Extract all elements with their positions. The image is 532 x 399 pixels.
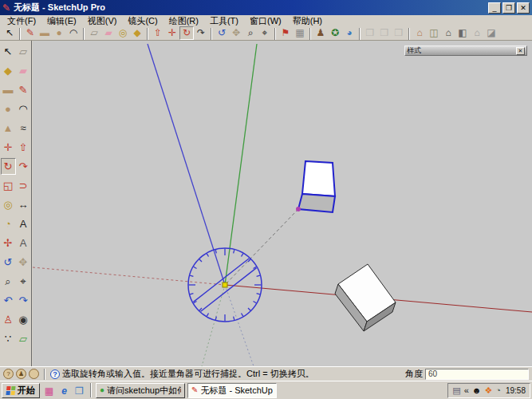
- zoom-extents-tool[interactable]: ⌖: [16, 273, 31, 290]
- push-pull-button[interactable]: ⇧: [151, 26, 165, 40]
- dimension-tool[interactable]: ↔: [16, 196, 31, 213]
- next-view-tool[interactable]: ↷: [16, 292, 31, 309]
- look-around-tool[interactable]: ◉: [16, 311, 31, 328]
- rectangle-tool[interactable]: ▬: [1, 81, 16, 98]
- menu-file[interactable]: 文件(F): [2, 15, 41, 26]
- zoom-extents-button[interactable]: ⌖: [258, 26, 272, 40]
- angle-measurement-input[interactable]: [425, 369, 529, 380]
- line-tool-button[interactable]: ✎: [23, 26, 37, 40]
- offset-tool-button[interactable]: ↷: [194, 26, 208, 40]
- line-tool[interactable]: ✎: [16, 81, 31, 98]
- tray-overflow-chevron[interactable]: «: [464, 385, 469, 396]
- add-location-button[interactable]: ⚑: [278, 26, 293, 40]
- previous-view-tool[interactable]: ↶: [1, 292, 16, 309]
- tape-measure-button[interactable]: ◎: [116, 26, 130, 40]
- protractor-tool[interactable]: ◔: [1, 215, 16, 232]
- select-tool[interactable]: ↖: [1, 43, 16, 60]
- scale-tool[interactable]: ◱: [1, 177, 16, 194]
- taskbar-button-browser[interactable]: ●请问sketchup中如何呈...: [96, 383, 185, 398]
- circle-tool[interactable]: ●: [1, 101, 16, 117]
- orbit-tool[interactable]: ↺: [1, 254, 16, 271]
- make-component-tool[interactable]: ▱: [16, 43, 31, 60]
- menu-edit[interactable]: 编辑(E): [41, 15, 82, 26]
- close-button[interactable]: ✕: [517, 2, 530, 14]
- view-back-button[interactable]: ⌂: [470, 26, 484, 40]
- follow-me-tool[interactable]: ↷: [16, 158, 31, 175]
- geolocation-status-icon[interactable]: ?: [3, 369, 14, 379]
- orbit-tool-button[interactable]: ↺: [215, 26, 229, 40]
- print-queue-tray-icon[interactable]: ▤: [452, 385, 460, 396]
- rotate-tool-button[interactable]: ↻: [179, 26, 194, 40]
- view-right-button[interactable]: ◧: [455, 26, 470, 40]
- polygon-tool[interactable]: ▲: [1, 120, 16, 136]
- qq-tray-icon[interactable]: ☻: [472, 385, 482, 396]
- axes-tool[interactable]: ✢: [1, 235, 16, 251]
- credits-status-icon[interactable]: ♟: [16, 369, 26, 379]
- walk-tool[interactable]: ∵: [1, 330, 16, 347]
- quicklaunch-desktop-icon[interactable]: ❐: [73, 384, 86, 397]
- menu-window[interactable]: 窗口(W): [244, 15, 287, 26]
- arc-tool-button[interactable]: ◠: [66, 26, 81, 40]
- signin-status-icon[interactable]: [29, 369, 39, 379]
- share-model-button[interactable]: ❒: [377, 26, 392, 40]
- eraser-tool-button[interactable]: ▰: [101, 26, 116, 40]
- quicklaunch-media-icon[interactable]: ▦: [42, 384, 56, 397]
- menu-help[interactable]: 帮助(H): [287, 15, 328, 26]
- help-status-icon[interactable]: ?: [50, 369, 60, 379]
- rotate-tool[interactable]: ↻: [1, 158, 16, 175]
- rectangle-tool-button[interactable]: ▬: [37, 26, 52, 40]
- view-iso-button[interactable]: ⌂: [412, 26, 427, 40]
- view-front-button[interactable]: ⌂: [441, 26, 455, 40]
- drawing-canvas[interactable]: 样式 ✕: [33, 41, 532, 366]
- selected-box-bottom-face[interactable]: [298, 194, 335, 212]
- menu-draw[interactable]: 绘图(R): [164, 15, 204, 26]
- paint-bucket-tool[interactable]: ◆: [1, 62, 16, 79]
- start-button[interactable]: 开始: [2, 383, 40, 398]
- section-plane-tool[interactable]: ▱: [16, 330, 31, 347]
- freehand-tool[interactable]: ≈: [16, 120, 31, 136]
- quicklaunch-ie-icon[interactable]: e: [57, 384, 71, 397]
- white-cube[interactable]: [335, 264, 396, 331]
- styles-panel-header[interactable]: 样式 ✕: [404, 45, 527, 56]
- view-top-button[interactable]: ◫: [427, 26, 441, 40]
- circle-tool-button[interactable]: ●: [52, 26, 66, 40]
- position-camera-tool[interactable]: ♙: [1, 311, 16, 328]
- selected-box-top-face[interactable]: [302, 161, 335, 196]
- pan-tool-button[interactable]: ✥: [229, 26, 243, 40]
- menu-view[interactable]: 视图(V): [82, 15, 123, 26]
- zoom-tool[interactable]: ⌕: [1, 273, 16, 290]
- maximize-button[interactable]: ❐: [502, 2, 515, 14]
- photo-textures-button[interactable]: ♟: [313, 26, 328, 40]
- move-tool-button[interactable]: ✛: [165, 26, 179, 40]
- arc-tool[interactable]: ◠: [16, 101, 31, 117]
- title-bar[interactable]: ✎ 无标题 - SketchUp Pro _❐✕: [0, 0, 532, 15]
- minimize-button[interactable]: _: [488, 2, 501, 14]
- share-component-button[interactable]: ❒: [392, 26, 406, 40]
- move-tool[interactable]: ✛: [1, 139, 16, 156]
- zoom-tool-button[interactable]: ⌕: [243, 26, 258, 40]
- add-building-button[interactable]: ✪: [328, 26, 342, 40]
- preview-google-earth-button[interactable]: ◕: [342, 26, 357, 40]
- model-scene[interactable]: [33, 41, 532, 366]
- menu-tools[interactable]: 工具(T): [204, 15, 244, 26]
- get-models-button[interactable]: ❒: [363, 26, 377, 40]
- selected-box[interactable]: [298, 161, 335, 212]
- menu-camera[interactable]: 镜头(C): [122, 15, 163, 26]
- taskbar-button-sketchup[interactable]: ✎无标题 - SketchUp Pro: [187, 383, 277, 398]
- eraser-tool[interactable]: ▰: [16, 62, 31, 79]
- offset-tool[interactable]: ⊃: [16, 177, 31, 194]
- pan-tool[interactable]: ✥: [16, 254, 31, 271]
- text-tool[interactable]: A: [16, 215, 31, 232]
- view-left-button[interactable]: ◪: [484, 26, 499, 40]
- tape-measure-tool[interactable]: ◎: [1, 196, 16, 213]
- rotation-grip-point[interactable]: [296, 207, 301, 211]
- paint-bucket-button[interactable]: ◆: [130, 26, 144, 40]
- security-tray-icon[interactable]: ◔: [495, 385, 501, 396]
- 3d-text-tool[interactable]: A: [16, 235, 31, 251]
- toggle-terrain-button[interactable]: ▦: [293, 26, 307, 40]
- make-component-button[interactable]: ▱: [87, 26, 101, 40]
- push-pull-tool[interactable]: ⇧: [16, 139, 31, 156]
- fetion-tray-icon[interactable]: ❖: [484, 385, 492, 396]
- select-tool-button[interactable]: ↖: [2, 26, 17, 40]
- styles-panel-close-icon[interactable]: ✕: [516, 47, 525, 55]
